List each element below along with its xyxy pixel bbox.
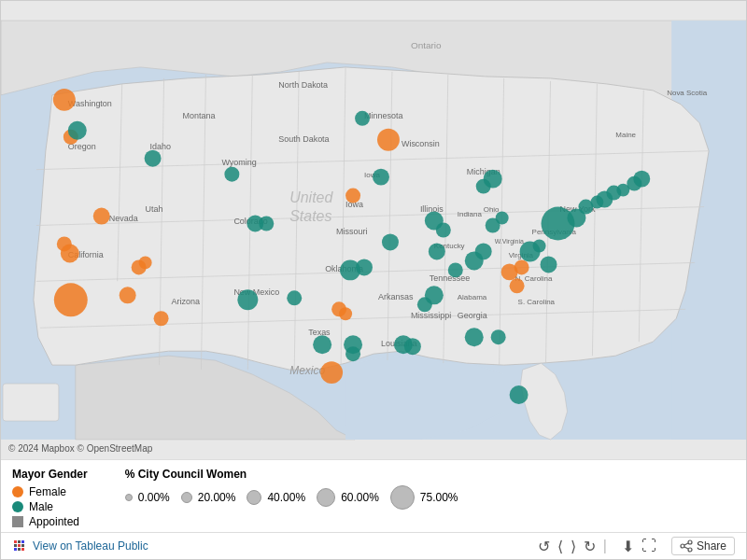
- svg-point-84: [259, 217, 274, 231]
- mayor-gender-legend: Mayor Gender Female Male Appointed: [12, 468, 88, 528]
- svg-point-101: [475, 243, 492, 259]
- council-dot-20: [181, 492, 192, 503]
- svg-point-78: [514, 259, 529, 274]
- svg-point-69: [139, 256, 152, 269]
- legend-appointed: Appointed: [12, 515, 88, 528]
- svg-point-103: [496, 212, 509, 225]
- council-label-20: 20.00%: [198, 491, 236, 504]
- svg-point-119: [373, 169, 389, 186]
- back-button[interactable]: ⟨: [557, 538, 563, 555]
- share-button[interactable]: Share: [671, 537, 735, 555]
- svg-point-135: [688, 548, 692, 552]
- svg-line-136: [684, 543, 688, 545]
- svg-point-134: [681, 544, 684, 548]
- council-dot-40: [247, 490, 261, 505]
- svg-point-70: [120, 287, 136, 303]
- legend-area: Mayor Gender Female Male Appointed % Cit…: [1, 459, 746, 532]
- city-council-title: % City Council Women: [125, 468, 458, 481]
- svg-rect-129: [21, 544, 24, 547]
- council-dot-75: [390, 485, 415, 510]
- female-label: Female: [29, 485, 66, 498]
- legend-female: Female: [12, 485, 88, 498]
- nav-controls: ↺ ⟨ ⟩ ↻ |: [538, 538, 607, 555]
- appointed-square: [12, 516, 23, 527]
- svg-point-107: [533, 239, 546, 252]
- map-svg: Washington Oregon Idaho Montana Wyoming …: [1, 1, 746, 459]
- svg-point-67: [54, 283, 88, 316]
- svg-text:States: States: [289, 208, 331, 224]
- svg-text:Maine: Maine: [615, 131, 636, 139]
- male-label: Male: [29, 500, 53, 513]
- svg-text:North Dakota: North Dakota: [278, 80, 328, 90]
- svg-text:Arizona: Arizona: [172, 297, 200, 306]
- svg-point-79: [510, 278, 525, 293]
- svg-point-121: [436, 223, 451, 238]
- svg-line-137: [684, 547, 688, 549]
- svg-text:Wyoming: Wyoming: [221, 158, 256, 167]
- svg-point-62: [53, 89, 76, 111]
- svg-text:S. Carolina: S. Carolina: [518, 298, 556, 306]
- svg-point-72: [377, 129, 400, 151]
- undo-button[interactable]: ↺: [538, 538, 550, 555]
- svg-point-123: [382, 233, 399, 250]
- svg-point-96: [465, 328, 484, 346]
- svg-text:Nova Scotia: Nova Scotia: [667, 89, 708, 97]
- share-icon: [680, 539, 693, 553]
- svg-point-99: [448, 262, 463, 277]
- svg-text:Alabama: Alabama: [458, 293, 487, 301]
- council-label-40: 40.00%: [267, 491, 305, 504]
- svg-text:Mexico: Mexico: [289, 364, 325, 377]
- svg-rect-126: [21, 540, 24, 543]
- svg-rect-130: [14, 548, 17, 551]
- svg-text:Montana: Montana: [183, 111, 216, 120]
- council-60: 60.00%: [317, 488, 379, 507]
- svg-rect-128: [18, 544, 21, 547]
- view-tableau-link[interactable]: View on Tableau Public: [12, 539, 148, 553]
- male-dot: [12, 501, 23, 512]
- map-area: Washington Oregon Idaho Montana Wyoming …: [1, 1, 746, 459]
- tableau-icon: [12, 539, 27, 553]
- forward-button[interactable]: ⟩: [571, 538, 576, 555]
- svg-point-81: [145, 150, 162, 167]
- svg-rect-2: [3, 384, 59, 421]
- svg-rect-132: [21, 548, 24, 551]
- svg-text:Ontario: Ontario: [411, 40, 442, 50]
- svg-point-71: [154, 311, 169, 326]
- svg-text:Tennessee: Tennessee: [430, 273, 470, 283]
- council-40: 40.00%: [247, 490, 305, 505]
- city-council-legend: % City Council Women 0.00% 20.00% 40.00%: [125, 468, 458, 510]
- council-label-60: 60.00%: [341, 491, 379, 504]
- download-button[interactable]: ⬇: [622, 538, 634, 555]
- footer: View on Tableau Public ↺ ⟨ ⟩ ↻ | ⬇ ⛶: [1, 532, 746, 559]
- council-20: 20.00%: [181, 491, 236, 504]
- svg-point-97: [491, 329, 506, 344]
- svg-point-66: [61, 244, 79, 262]
- council-label-0: 0.00%: [138, 491, 170, 504]
- svg-point-64: [93, 208, 110, 225]
- separator: |: [603, 538, 607, 554]
- main-container: Washington Oregon Idaho Montana Wyoming …: [0, 0, 747, 560]
- copyright-text: © 2024 Mapbox © OpenStreetMap: [8, 443, 152, 454]
- council-0: 0.00%: [125, 491, 170, 504]
- svg-text:Missouri: Missouri: [336, 227, 367, 236]
- svg-text:W.Virginia: W.Virginia: [495, 238, 524, 245]
- council-label-75: 75.00%: [420, 491, 458, 504]
- fullscreen-button[interactable]: ⛶: [641, 538, 656, 554]
- svg-point-95: [425, 286, 444, 304]
- redo-button[interactable]: ↻: [584, 538, 596, 555]
- svg-text:Wisconsin: Wisconsin: [402, 139, 440, 148]
- action-controls: ⬇ ⛶: [622, 538, 656, 555]
- svg-text:South Dakota: South Dakota: [278, 134, 329, 144]
- svg-point-91: [345, 346, 360, 361]
- svg-point-86: [287, 290, 302, 305]
- svg-point-82: [224, 167, 239, 182]
- svg-point-98: [510, 385, 529, 404]
- svg-rect-131: [18, 548, 21, 551]
- legend-row: Mayor Gender Female Male Appointed % Cit…: [12, 468, 735, 528]
- tableau-link-label: View on Tableau Public: [33, 539, 148, 553]
- svg-text:United: United: [289, 189, 333, 205]
- share-label: Share: [697, 539, 726, 553]
- svg-point-73: [345, 189, 360, 203]
- appointed-label: Appointed: [29, 515, 79, 528]
- svg-text:Ohio: Ohio: [484, 205, 500, 214]
